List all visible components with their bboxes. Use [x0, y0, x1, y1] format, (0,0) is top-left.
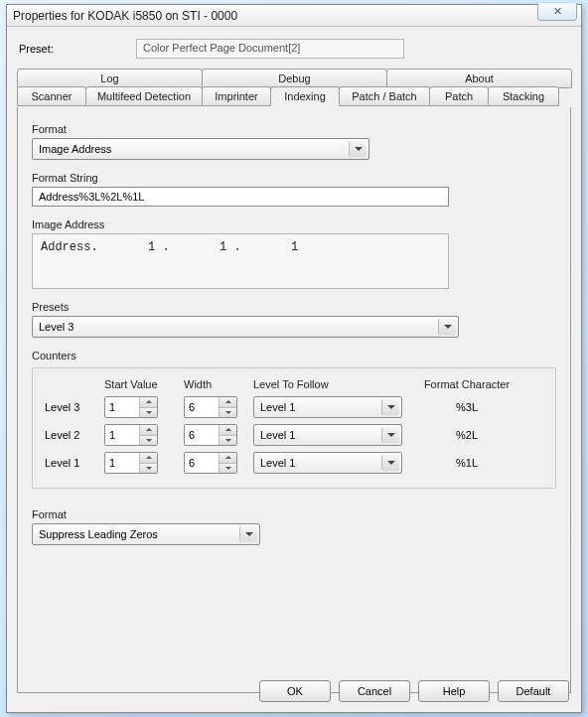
chevron-down-icon — [381, 399, 399, 415]
format2-label: Format — [32, 508, 556, 520]
tab-stacking[interactable]: Stacking — [488, 86, 559, 106]
tab-page-indexing: Format Image Address Format String Image… — [17, 107, 571, 693]
spin-down-icon[interactable] — [140, 408, 157, 418]
ltf-combo-l3[interactable]: Level 1 — [253, 396, 402, 418]
fmtchar-l3: %3L — [412, 401, 521, 413]
chevron-down-icon — [239, 526, 257, 542]
format-combo[interactable]: Image Address — [32, 138, 369, 160]
help-button[interactable]: Help — [418, 680, 490, 702]
tab-patch[interactable]: Patch — [429, 86, 489, 106]
hdr-ltf: Level To Follow — [253, 378, 412, 390]
fmtchar-l2: %2L — [412, 429, 521, 441]
tab-imprinter[interactable]: Imprinter — [202, 86, 271, 106]
close-button[interactable]: ✕ — [537, 3, 577, 21]
spin-up-icon[interactable] — [140, 425, 157, 436]
tab-multifeed[interactable]: Multifeed Detection — [85, 86, 203, 106]
presets-combo-value: Level 3 — [39, 321, 74, 333]
counters-group: Start Value Width Level To Follow Format… — [32, 367, 556, 489]
tab-strip: Log Debug About Scanner Multifeed Detect… — [17, 69, 571, 108]
image-address-label: Image Address — [32, 218, 556, 230]
width-spinner-l1[interactable] — [184, 452, 237, 474]
start-input-l2[interactable] — [105, 425, 139, 445]
dialog-buttons: OK Cancel Help Default — [259, 680, 569, 702]
tab-debug[interactable]: Debug — [202, 69, 387, 88]
spin-up-icon[interactable] — [140, 453, 157, 464]
format-string-label: Format String — [32, 172, 556, 184]
start-spinner-l2[interactable] — [104, 424, 158, 446]
spin-up-icon[interactable] — [220, 453, 236, 464]
counters-label: Counters — [32, 350, 556, 361]
chevron-down-icon — [438, 319, 456, 335]
preset-row: Preset: Color Perfect Page Document[2] — [17, 39, 571, 59]
start-spinner-l1[interactable] — [104, 452, 158, 474]
spin-down-icon[interactable] — [220, 436, 236, 446]
window-title: Properties for KODAK i5850 on STI - 0000 — [13, 9, 237, 23]
default-button[interactable]: Default — [498, 680, 569, 702]
format-combo-value: Image Address — [39, 143, 111, 155]
tab-log[interactable]: Log — [17, 69, 203, 88]
ok-button[interactable]: OK — [259, 680, 331, 702]
properties-dialog: Properties for KODAK i5850 on STI - 0000… — [6, 4, 582, 713]
tab-about[interactable]: About — [386, 69, 572, 88]
format2-combo-value: Suppress Leading Zeros — [39, 528, 158, 540]
preset-field: Color Perfect Page Document[2] — [136, 39, 404, 59]
row-label-l2: Level 2 — [45, 429, 104, 441]
spin-down-icon[interactable] — [140, 464, 157, 474]
tab-scanner[interactable]: Scanner — [17, 86, 86, 106]
spin-up-icon[interactable] — [220, 397, 236, 408]
chevron-down-icon — [381, 455, 399, 471]
spin-down-icon[interactable] — [140, 436, 157, 446]
fmtchar-l1: %1L — [412, 457, 521, 469]
hdr-start: Start Value — [104, 378, 184, 390]
preset-label: Preset: — [17, 43, 136, 55]
width-spinner-l2[interactable] — [184, 424, 237, 446]
spin-up-icon[interactable] — [140, 397, 157, 408]
chevron-down-icon — [381, 427, 399, 443]
ltf-combo-l2[interactable]: Level 1 — [253, 424, 402, 446]
ltf-combo-l1[interactable]: Level 1 — [253, 452, 402, 474]
width-spinner-l3[interactable] — [184, 396, 237, 418]
start-spinner-l3[interactable] — [104, 396, 158, 418]
spin-up-icon[interactable] — [220, 425, 236, 436]
format-label: Format — [32, 123, 556, 135]
presets-label: Presets — [32, 301, 556, 313]
hdr-width: Width — [184, 378, 253, 390]
start-input-l1[interactable] — [105, 453, 139, 473]
width-input-l2[interactable] — [185, 425, 219, 445]
spin-down-icon[interactable] — [220, 408, 236, 418]
hdr-fmt: Format Character — [412, 378, 521, 390]
tab-patch-batch[interactable]: Patch / Batch — [339, 86, 430, 106]
presets-combo[interactable]: Level 3 — [32, 316, 459, 338]
row-label-l3: Level 3 — [45, 401, 104, 413]
image-address-preview: Address. 1 . 1 . 1 — [32, 233, 449, 289]
tab-indexing[interactable]: Indexing — [270, 86, 340, 106]
width-input-l1[interactable] — [185, 453, 219, 473]
close-icon: ✕ — [553, 5, 562, 18]
spin-down-icon[interactable] — [220, 464, 236, 474]
width-input-l3[interactable] — [185, 397, 219, 417]
format-string-input[interactable] — [32, 187, 449, 207]
cancel-button[interactable]: Cancel — [339, 680, 410, 702]
format2-combo[interactable]: Suppress Leading Zeros — [32, 523, 260, 545]
row-label-l1: Level 1 — [45, 457, 104, 469]
chevron-down-icon — [349, 141, 367, 157]
titlebar: Properties for KODAK i5850 on STI - 0000… — [7, 5, 581, 27]
start-input-l3[interactable] — [105, 397, 139, 417]
